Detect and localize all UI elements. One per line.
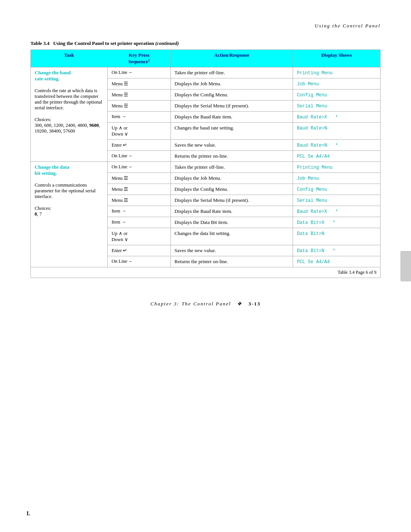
action-cell: Displays the Serial Menu (if present). (170, 101, 293, 112)
action-cell: Displays the Job Menu. (170, 78, 293, 89)
choices-label-databit: Choices: (35, 206, 104, 211)
task-desc-databit: Controls a communications parameter for … (35, 182, 104, 200)
action-cell: Displays the Job Menu. (170, 173, 293, 184)
display-cell: PCL 5e A4/A4 (293, 256, 381, 267)
main-table: Task Key PressSequence‡ Action/Response … (30, 50, 381, 278)
action-cell: Saves the new value. (170, 245, 293, 256)
col-header-key: Key PressSequence‡ (108, 50, 170, 67)
action-cell: Displays the Config Menu. (170, 89, 293, 101)
footer-left: Chapter 3: The Control Panel (150, 301, 231, 307)
table-number-label: Table 3.4 (30, 40, 53, 46)
footnote-text: Table 3.4 Page 6 of 9 (338, 270, 376, 275)
key-cell: Menu ☰ (108, 78, 170, 89)
display-cell: Config Menu (293, 184, 381, 195)
key-cell: Menu ☰ (108, 173, 170, 184)
display-cell: Job Menu (293, 78, 381, 89)
task-title-baud: Change the baudrate setting. (35, 70, 104, 82)
display-cell: Config Menu (293, 89, 381, 101)
display-cell: Data Bit=N (293, 228, 381, 245)
action-cell: Displays the Baud Rate item. (170, 206, 293, 217)
page-footer: Chapter 3: The Control Panel ❖ 3-13 (30, 301, 381, 307)
corner-tab (400, 251, 411, 281)
key-cell: Enter ↵ (108, 245, 170, 256)
display-cell: Printing Menu (293, 162, 381, 173)
display-cell: Baud Rate=N (293, 123, 381, 140)
action-cell: Displays the Config Menu. (170, 184, 293, 195)
task-title-databit: Change the databit setting. (35, 164, 104, 176)
choices-label-baud: Choices: (35, 117, 104, 123)
display-cell: Data Bit=X * (293, 217, 381, 228)
table-row: Change the baudrate setting. Controls th… (31, 67, 381, 78)
col-header-task: Task (31, 50, 108, 67)
display-cell: Printing Menu (293, 67, 381, 78)
key-cell: On Line ← (108, 151, 170, 162)
table-title: Table 3.4 Using the Control Panel to set… (30, 40, 381, 46)
task-cell-databit: Change the databit setting. Controls a c… (31, 162, 108, 267)
key-cell: Enter ↵ (108, 140, 170, 151)
table-header-row: Task Key PressSequence‡ Action/Response … (31, 50, 381, 67)
action-cell: Saves the new value. (170, 140, 293, 151)
task-cell-baud: Change the baudrate setting. Controls th… (31, 67, 108, 162)
page: Using the Control Panel Table 3.4 Using … (0, 0, 411, 532)
col-header-display: Display Shows (293, 50, 381, 67)
table-row: Change the databit setting. Controls a c… (31, 162, 381, 173)
header-text: Using the Control Panel (315, 23, 381, 29)
footer-page-num: 3-13 (249, 301, 261, 307)
action-cell: Displays the Serial Menu (if present). (170, 195, 293, 206)
display-cell: Serial Menu (293, 195, 381, 206)
key-cell: Menu ☰ (108, 195, 170, 206)
action-cell: Displays the Baud Rate item. (170, 112, 293, 123)
action-cell: Changes the baud rate setting. (170, 123, 293, 140)
footer-separator: ❖ (237, 301, 242, 307)
choices-val-baud: 300, 600, 1200, 2400, 4800, 9600, 19200,… (35, 123, 104, 134)
task-desc-baud: Controls the rate at which data is trans… (35, 88, 104, 111)
action-cell: Takes the printer off-line. (170, 67, 293, 78)
action-cell: Takes the printer off-line. (170, 162, 293, 173)
display-cell: PCL 5e A4/A4 (293, 151, 381, 162)
choices-val-databit: 8, 7 (35, 211, 104, 217)
key-cell: Menu ☰ (108, 89, 170, 101)
key-cell: Up ∧ orDown ∨ (108, 228, 170, 245)
display-cell: Job Menu (293, 173, 381, 184)
key-cell: On Line ← (108, 162, 170, 173)
table-title-main: Using the Control Panel to set printer o… (53, 40, 179, 46)
display-cell: Data Bit=N * (293, 245, 381, 256)
display-cell: Serial Menu (293, 101, 381, 112)
display-cell: Baud Rate=X * (293, 112, 381, 123)
action-cell: Displays the Data Bit item. (170, 217, 293, 228)
footnote-cell: Table 3.4 Page 6 of 9 (31, 267, 381, 278)
key-cell: On Line ← (108, 256, 170, 267)
footnote-row: Table 3.4 Page 6 of 9 (31, 267, 381, 278)
bottom-mark: L (27, 511, 30, 517)
action-cell: Changes the data bit setting. (170, 228, 293, 245)
display-cell: Baud Rate=N * (293, 140, 381, 151)
action-cell: Returns the printer on-line. (170, 256, 293, 267)
key-cell: Menu ☰ (108, 101, 170, 112)
key-cell: Up ∧ orDown ∨ (108, 123, 170, 140)
key-cell: On Line ← (108, 67, 170, 78)
display-cell: Baud Rate=X * (293, 206, 381, 217)
action-cell: Returns the printer on-line. (170, 151, 293, 162)
key-cell: Menu ☰ (108, 184, 170, 195)
page-header: Using the Control Panel (30, 23, 381, 29)
col-header-action: Action/Response (170, 50, 293, 67)
key-cell: Item → (108, 112, 170, 123)
key-cell: Item → (108, 206, 170, 217)
key-cell: Item → (108, 217, 170, 228)
